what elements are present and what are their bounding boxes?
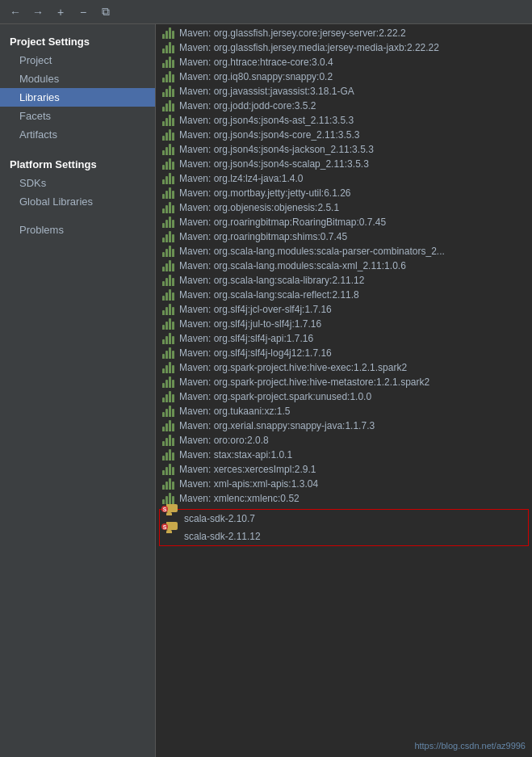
library-name: Maven: org.spark-project.hive:hive-exec:… xyxy=(179,362,407,373)
library-name: Maven: org.scala-lang:scala-reflect:2.11… xyxy=(179,289,359,301)
list-item[interactable]: Maven: org.spark-project.spark:unused:1.… xyxy=(156,389,532,404)
list-item[interactable]: Maven: org.javassist:javassist:3.18.1-GA xyxy=(156,84,532,99)
maven-icon xyxy=(162,362,174,373)
list-item[interactable]: Maven: org.spark-project.hive:hive-exec:… xyxy=(156,360,532,375)
library-name: Maven: org.slf4j:jul-to-slf4j:1.7.16 xyxy=(179,318,321,330)
library-name: Maven: xml-apis:xml-apis:1.3.04 xyxy=(179,478,318,490)
sdk-item[interactable]: S scala-sdk-2.10.7 xyxy=(160,510,528,528)
main-content: Project Settings Project Modules Librari… xyxy=(0,24,532,757)
sdk-label: scala-sdk-2.11.12 xyxy=(184,531,261,542)
list-item[interactable]: Maven: org.glassfish.jersey.core:jersey-… xyxy=(156,26,532,40)
list-item[interactable]: Maven: org.json4s:json4s-core_2.11:3.5.3 xyxy=(156,128,532,142)
sidebar-item-project[interactable]: Project xyxy=(0,51,155,69)
list-item[interactable]: Maven: org.xerial.snappy:snappy-java:1.1… xyxy=(156,418,532,433)
library-name: Maven: org.javassist:javassist:3.18.1-GA xyxy=(179,86,354,97)
sdk-label: scala-sdk-2.10.7 xyxy=(184,513,255,524)
add-button[interactable]: + xyxy=(52,3,69,21)
list-item[interactable]: Maven: org.roaringbitmap:RoaringBitmap:0… xyxy=(156,215,532,229)
list-item[interactable]: Maven: org.json4s:json4s-ast_2.11:3.5.3 xyxy=(156,113,532,128)
remove-button[interactable]: − xyxy=(74,3,92,21)
maven-icon xyxy=(162,202,174,213)
sidebar-item-problems[interactable]: Problems xyxy=(0,221,155,239)
library-name: Maven: org.scala-lang.modules:scala-xml_… xyxy=(179,260,406,271)
maven-icon xyxy=(162,289,174,301)
list-item[interactable]: Maven: org.iq80.snappy:snappy:0.2 xyxy=(156,69,532,84)
sdk-item[interactable]: S scala-sdk-2.11.12 xyxy=(160,528,528,545)
sdk-badge: S xyxy=(161,506,168,512)
library-name: Maven: org.jodd:jodd-core:3.5.2 xyxy=(179,100,316,111)
list-item[interactable]: Maven: org.roaringbitmap:shims:0.7.45 xyxy=(156,229,532,244)
maven-icon xyxy=(162,333,174,344)
list-item[interactable]: Maven: org.scala-lang:scala-reflect:2.11… xyxy=(156,288,532,302)
list-item[interactable]: Maven: oro:oro:2.0.8 xyxy=(156,433,532,448)
library-name: Maven: org.htrace:htrace-core:3.0.4 xyxy=(179,57,333,68)
copy-button[interactable]: ⧉ xyxy=(97,3,115,21)
list-item[interactable]: Maven: org.json4s:json4s-scalap_2.11:3.5… xyxy=(156,157,532,171)
sdk-badge: S xyxy=(161,524,168,530)
list-item[interactable]: Maven: xerces:xercesImpl:2.9.1 xyxy=(156,462,532,477)
list-item[interactable]: Maven: org.glassfish.jersey.media:jersey… xyxy=(156,40,532,55)
list-item[interactable]: Maven: org.tukaani:xz:1.5 xyxy=(156,404,532,418)
list-item[interactable]: Maven: org.htrace:htrace-core:3.0.4 xyxy=(156,55,532,69)
list-item[interactable]: Maven: org.slf4j:slf4j-api:1.7.16 xyxy=(156,331,532,346)
list-item[interactable]: Maven: org.lz4:lz4-java:1.4.0 xyxy=(156,171,532,186)
sidebar-item-artifacts[interactable]: Artifacts xyxy=(0,125,155,144)
library-name: Maven: org.mortbay.jetty:jetty-util:6.1.… xyxy=(179,187,351,199)
library-name: Maven: org.objenesis:objenesis:2.5.1 xyxy=(179,202,339,213)
library-name: Maven: org.scala-lang:scala-library:2.11… xyxy=(179,275,364,286)
maven-icon xyxy=(162,406,174,417)
sidebar-item-facets[interactable]: Facets xyxy=(0,107,155,125)
sdk-folder-icon: S xyxy=(166,530,179,543)
list-item[interactable]: Maven: org.slf4j:jcl-over-slf4j:1.7.16 xyxy=(156,302,532,317)
library-name: Maven: org.glassfish.jersey.media:jersey… xyxy=(179,42,439,53)
list-item[interactable]: Maven: org.scala-lang.modules:scala-xml_… xyxy=(156,259,532,273)
maven-icon xyxy=(162,260,174,271)
library-name: Maven: org.roaringbitmap:RoaringBitmap:0… xyxy=(179,217,386,228)
library-name: Maven: org.json4s:json4s-ast_2.11:3.5.3 xyxy=(179,115,354,126)
sidebar-item-sdks[interactable]: SDKs xyxy=(0,174,155,192)
maven-icon xyxy=(162,391,174,402)
list-item[interactable]: Maven: org.scala-lang.modules:scala-pars… xyxy=(156,244,532,259)
library-name: Maven: xmlenc:xmlenc:0.52 xyxy=(179,493,300,504)
sidebar-item-modules[interactable]: Modules xyxy=(0,69,155,88)
maven-icon xyxy=(162,100,174,111)
library-name: Maven: org.json4s:json4s-core_2.11:3.5.3 xyxy=(179,129,359,141)
list-item[interactable]: Maven: org.mortbay.jetty:jetty-util:6.1.… xyxy=(156,186,532,200)
maven-icon xyxy=(162,144,174,155)
library-name: Maven: oro:oro:2.0.8 xyxy=(179,435,269,446)
library-name: Maven: org.slf4j:slf4j-api:1.7.16 xyxy=(179,333,313,344)
maven-icon xyxy=(162,187,174,199)
maven-icon xyxy=(162,115,174,126)
library-name: Maven: org.spark-project.spark:unused:1.… xyxy=(179,391,371,402)
maven-icon xyxy=(162,86,174,97)
maven-icon xyxy=(162,173,174,184)
maven-icon xyxy=(162,158,174,170)
maven-icon xyxy=(162,435,174,446)
list-item[interactable]: Maven: org.objenesis:objenesis:2.5.1 xyxy=(156,200,532,215)
maven-icon xyxy=(162,464,174,475)
library-name: Maven: org.slf4j:jcl-over-slf4j:1.7.16 xyxy=(179,304,332,315)
back-button[interactable]: ← xyxy=(6,3,24,21)
maven-icon xyxy=(162,478,174,490)
library-name: Maven: org.json4s:json4s-scalap_2.11:3.5… xyxy=(179,158,369,170)
list-item[interactable]: Maven: org.slf4j:jul-to-slf4j:1.7.16 xyxy=(156,317,532,331)
list-item[interactable]: Maven: org.json4s:json4s-jackson_2.11:3.… xyxy=(156,142,532,157)
list-item[interactable]: Maven: org.slf4j:slf4j-log4j12:1.7.16 xyxy=(156,346,532,360)
forward-button[interactable]: → xyxy=(29,3,47,21)
maven-icon xyxy=(162,217,174,228)
list-item[interactable]: Maven: xmlenc:xmlenc:0.52 xyxy=(156,491,532,506)
list-item[interactable]: Maven: stax:stax-api:1.0.1 xyxy=(156,448,532,462)
sdk-section: S scala-sdk-2.10.7 S scala-sdk-2.11.12 xyxy=(159,509,529,546)
list-item[interactable]: Maven: org.spark-project.hive:hive-metas… xyxy=(156,375,532,389)
sidebar-item-libraries[interactable]: Libraries xyxy=(0,88,155,107)
library-name: Maven: org.glassfish.jersey.core:jersey-… xyxy=(179,27,406,39)
maven-icon xyxy=(162,129,174,141)
library-name: Maven: org.spark-project.hive:hive-metas… xyxy=(179,376,429,388)
maven-icon xyxy=(162,347,174,359)
list-item[interactable]: Maven: xml-apis:xml-apis:1.3.04 xyxy=(156,477,532,491)
list-item[interactable]: Maven: org.scala-lang:scala-library:2.11… xyxy=(156,273,532,288)
watermark: https://blog.csdn.net/az9996 xyxy=(414,741,526,751)
maven-icon xyxy=(162,71,174,82)
list-item[interactable]: Maven: org.jodd:jodd-core:3.5.2 xyxy=(156,99,532,113)
sidebar-item-global-libraries[interactable]: Global Libraries xyxy=(0,192,155,211)
